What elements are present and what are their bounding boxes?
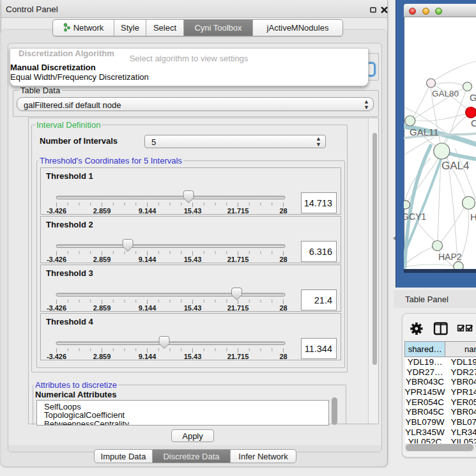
svg-text:21.715: 21.715 (227, 353, 249, 360)
svg-text:-3.426: -3.426 (47, 256, 66, 263)
svg-text:GAL11: GAL11 (410, 127, 439, 137)
svg-text:15.43: 15.43 (184, 256, 202, 263)
svg-text:9.144: 9.144 (139, 256, 157, 263)
svg-text:28: 28 (279, 304, 287, 312)
svg-text:HAP2: HAP2 (438, 252, 462, 262)
svg-text:GAL4: GAL4 (441, 160, 469, 172)
svg-text:-3.426: -3.426 (47, 353, 66, 360)
svg-text:28: 28 (279, 353, 287, 360)
svg-text:28: 28 (279, 207, 287, 215)
svg-text:C: C (471, 118, 476, 128)
svg-text:2.859: 2.859 (93, 256, 111, 263)
svg-text:2.859: 2.859 (93, 353, 111, 360)
svg-text:-3.426: -3.426 (47, 207, 66, 215)
svg-text:G: G (470, 92, 476, 103)
svg-text:21.715: 21.715 (227, 256, 249, 263)
svg-text:15.43: 15.43 (184, 304, 202, 312)
svg-text:9.144: 9.144 (139, 304, 157, 312)
svg-text:15.43: 15.43 (184, 207, 202, 215)
svg-text:9.144: 9.144 (139, 207, 157, 215)
svg-text:H: H (470, 211, 476, 222)
svg-text:2.859: 2.859 (93, 304, 111, 312)
svg-text:-3.426: -3.426 (47, 304, 66, 312)
svg-text:GAL80: GAL80 (432, 89, 459, 98)
svg-text:15.43: 15.43 (184, 353, 202, 360)
svg-text:21.715: 21.715 (227, 304, 249, 312)
svg-text:21.715: 21.715 (227, 207, 249, 215)
svg-text:GCY1: GCY1 (404, 211, 426, 222)
svg-text:2.859: 2.859 (93, 207, 111, 215)
svg-text:9.144: 9.144 (139, 353, 157, 360)
svg-text:28: 28 (279, 256, 287, 263)
